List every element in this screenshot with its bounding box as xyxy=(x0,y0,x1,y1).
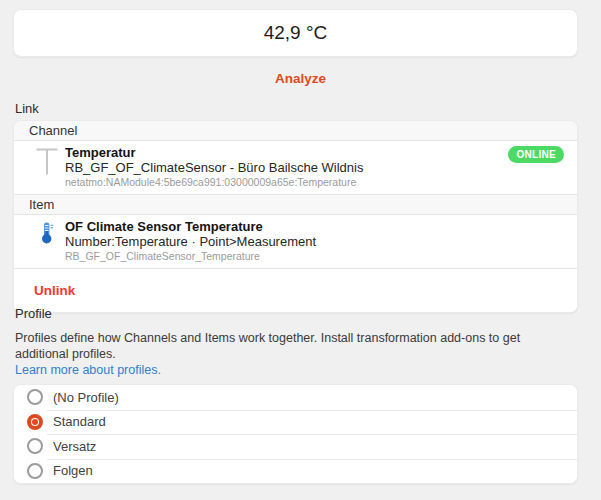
analyze-button[interactable]: Analyze xyxy=(275,71,326,86)
channel-uid: netatmo:NAModule4:5be69ca991:03000009a65… xyxy=(65,176,562,189)
link-section-title: Link xyxy=(15,101,39,116)
item-info: OF Climate Sensor Temperature Number:Tem… xyxy=(65,219,562,263)
channel-subtitle: RB_GF_OF_ClimateSensor - Büro Bailsche W… xyxy=(65,160,562,175)
item-name: RB_GF_OF_ClimateSensor_Temperature xyxy=(65,250,562,263)
profile-description-text: Profiles define how Channels and Items w… xyxy=(15,331,520,361)
thermometer-icon xyxy=(29,219,65,263)
learn-more-profiles-link[interactable]: Learn more about profiles. xyxy=(15,362,575,378)
profile-option-label: (No Profile) xyxy=(53,390,119,405)
profile-option-folgen[interactable]: Folgen xyxy=(14,459,577,484)
online-status-badge: ONLINE xyxy=(508,146,564,163)
item-type-semantics: Number:Temperature · Point>Measurement xyxy=(65,234,562,249)
channel-title: Temperatur xyxy=(65,145,562,160)
radio-icon[interactable] xyxy=(27,463,43,479)
item-title: OF Climate Sensor Temperature xyxy=(65,219,562,234)
channel-row: Temperatur RB_GF_OF_ClimateSensor - Büro… xyxy=(14,141,577,195)
item-row: OF Climate Sensor Temperature Number:Tem… xyxy=(14,215,577,269)
state-value: 42,9 °C xyxy=(264,22,328,44)
radio-icon[interactable] xyxy=(27,414,43,430)
channel-group-header: Channel xyxy=(14,121,577,141)
profile-option-label: Folgen xyxy=(53,463,93,478)
profile-option-standard[interactable]: Standard xyxy=(14,410,577,435)
profile-section-title: Profile xyxy=(15,306,52,321)
analyze-row: Analyze xyxy=(0,69,601,87)
profile-description: Profiles define how Channels and Items w… xyxy=(15,330,575,378)
profile-options-list: (No Profile) Standard Versatz Folgen xyxy=(13,384,578,484)
unlink-button[interactable]: Unlink xyxy=(34,283,75,298)
channel-letter-icon xyxy=(29,145,65,189)
unlink-row: Unlink xyxy=(14,269,577,312)
item-group-header: Item xyxy=(14,195,577,215)
profile-option-label: Standard xyxy=(53,414,106,429)
channel-state-card: 42,9 °C xyxy=(13,9,578,57)
radio-icon[interactable] xyxy=(27,438,43,454)
profile-option-label: Versatz xyxy=(53,439,96,454)
profile-option-versatz[interactable]: Versatz xyxy=(14,434,577,459)
channel-info: Temperatur RB_GF_OF_ClimateSensor - Büro… xyxy=(65,145,562,189)
radio-icon[interactable] xyxy=(27,389,43,405)
profile-option-no-profile[interactable]: (No Profile) xyxy=(14,385,577,410)
link-card: Channel Temperatur RB_GF_OF_ClimateSenso… xyxy=(13,120,578,313)
